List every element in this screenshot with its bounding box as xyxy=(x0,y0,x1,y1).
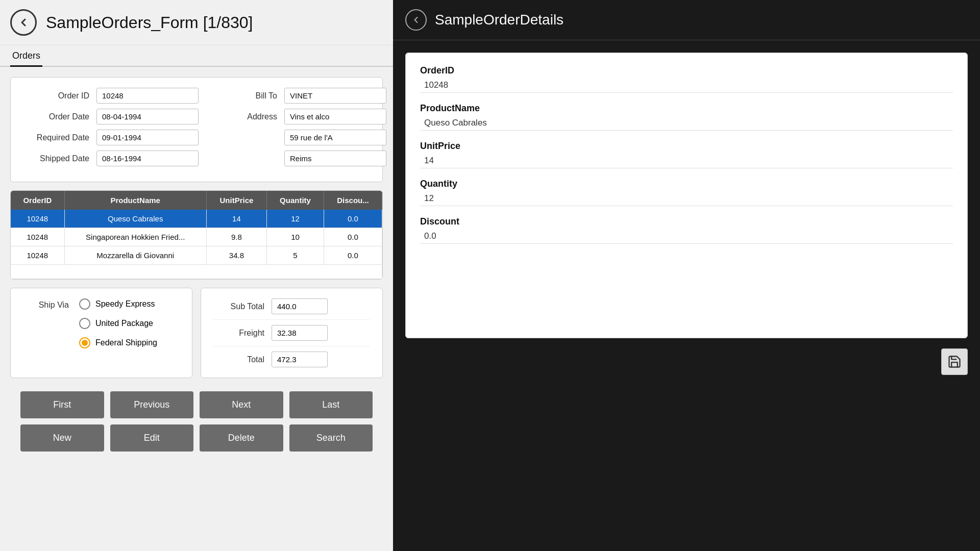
table-header-row: OrderID ProductName UnitPrice Quantity D… xyxy=(11,191,382,210)
sub-total-input[interactable] xyxy=(272,298,328,314)
radio-speedy-express-circle xyxy=(79,298,90,310)
address2-row xyxy=(211,130,386,145)
detail-order-id-value: 10248 xyxy=(420,78,953,93)
page-title: SampleOrders_Form [1/830] xyxy=(46,13,253,32)
back-button[interactable] xyxy=(10,9,37,36)
cell-unit-price: 9.8 xyxy=(206,228,266,246)
table-footer-row xyxy=(11,265,382,279)
bottom-cards: Ship Via Speedy Express United Package F… xyxy=(10,288,383,378)
radio-speedy-express[interactable]: Speedy Express xyxy=(79,298,157,310)
content-area: Order ID Order Date Required Date Shippe… xyxy=(0,67,393,551)
detail-order-id-label: OrderID xyxy=(420,65,953,76)
order-date-row: Order Date xyxy=(23,109,199,124)
new-button[interactable]: New xyxy=(20,424,104,452)
ship-via-radio-group: Speedy Express United Package Federal Sh… xyxy=(79,298,157,348)
right-form-col: Bill To Address xyxy=(211,88,386,171)
left-panel: SampleOrders_Form [1/830] Orders Order I… xyxy=(0,0,393,551)
delete-button[interactable]: Delete xyxy=(200,424,283,452)
order-id-label: Order ID xyxy=(23,91,89,101)
detail-quantity-label: Quantity xyxy=(420,179,953,189)
cell-quantity: 10 xyxy=(267,228,324,246)
freight-row: Freight xyxy=(213,325,370,346)
required-date-input[interactable] xyxy=(96,130,199,145)
tab-bar: Orders xyxy=(0,45,393,67)
cell-product-name: Queso Cabrales xyxy=(64,210,206,228)
shipped-date-input[interactable] xyxy=(96,151,199,166)
order-details-table: OrderID ProductName UnitPrice Quantity D… xyxy=(11,191,382,279)
address-row: Address xyxy=(211,109,386,124)
detail-quantity-value: 12 xyxy=(420,191,953,206)
radio-speedy-express-label: Speedy Express xyxy=(95,299,155,309)
shipped-date-label: Shipped Date xyxy=(23,154,89,163)
right-panel: SampleOrderDetails OrderID 10248 Product… xyxy=(393,0,980,551)
cell-quantity: 5 xyxy=(267,246,324,265)
col-order-id: OrderID xyxy=(11,191,64,210)
detail-unit-price-label: UnitPrice xyxy=(420,141,953,152)
detail-discount: Discount 0.0 xyxy=(420,216,953,244)
save-btn-area xyxy=(405,338,968,375)
total-row: Total xyxy=(213,352,370,367)
table-row[interactable]: 10248 Queso Cabrales 14 12 0.0 xyxy=(11,210,382,228)
order-date-input[interactable] xyxy=(96,109,199,124)
search-button[interactable]: Search xyxy=(289,424,373,452)
radio-united-package[interactable]: United Package xyxy=(79,318,157,329)
detail-discount-value: 0.0 xyxy=(420,229,953,244)
table-row[interactable]: 10248 Singaporean Hokkien Fried... 9.8 1… xyxy=(11,228,382,246)
detail-order-id: OrderID 10248 xyxy=(420,65,953,93)
radio-united-package-label: United Package xyxy=(95,319,153,328)
right-back-button[interactable] xyxy=(405,9,427,31)
city-row xyxy=(211,151,386,166)
col-unit-price: UnitPrice xyxy=(206,191,266,210)
left-header: SampleOrders_Form [1/830] xyxy=(0,0,393,45)
address-input[interactable] xyxy=(284,109,386,124)
nav-buttons: First Previous Next Last New Edit Delete… xyxy=(10,386,383,457)
cell-product-name: Mozzarella di Giovanni xyxy=(64,246,206,265)
shipped-date-row: Shipped Date xyxy=(23,151,199,166)
cell-discount: 0.0 xyxy=(324,246,382,265)
right-title: SampleOrderDetails xyxy=(435,12,564,28)
detail-discount-label: Discount xyxy=(420,216,953,227)
required-date-row: Required Date xyxy=(23,130,199,145)
detail-product-name: ProductName Queso Cabrales xyxy=(420,103,953,131)
bill-to-input[interactable] xyxy=(284,88,386,104)
edit-button[interactable]: Edit xyxy=(110,424,194,452)
previous-button[interactable]: Previous xyxy=(110,391,194,418)
detail-unit-price-value: 14 xyxy=(420,154,953,168)
cell-product-name: Singaporean Hokkien Fried... xyxy=(64,228,206,246)
first-button[interactable]: First xyxy=(20,391,104,418)
next-button[interactable]: Next xyxy=(200,391,283,418)
radio-federal-shipping-label: Federal Shipping xyxy=(95,338,157,347)
col-quantity: Quantity xyxy=(267,191,324,210)
table-row[interactable]: 10248 Mozzarella di Giovanni 34.8 5 0.0 xyxy=(11,246,382,265)
freight-label: Freight xyxy=(213,329,264,338)
detail-product-name-label: ProductName xyxy=(420,103,953,114)
address-label: Address xyxy=(211,112,277,121)
nav-row-1: First Previous Next Last xyxy=(20,391,373,418)
freight-input[interactable] xyxy=(272,325,328,341)
bill-to-row: Bill To xyxy=(211,88,386,104)
order-id-row: Order ID xyxy=(23,88,199,104)
required-date-label: Required Date xyxy=(23,133,89,142)
cell-unit-price: 34.8 xyxy=(206,246,266,265)
total-input[interactable] xyxy=(272,352,328,367)
cell-unit-price: 14 xyxy=(206,210,266,228)
right-content: OrderID 10248 ProductName Queso Cabrales… xyxy=(393,40,980,551)
order-id-input[interactable] xyxy=(96,88,199,104)
nav-row-2: New Edit Delete Search xyxy=(20,424,373,452)
sub-total-row: Sub Total xyxy=(213,298,370,320)
detail-card: OrderID 10248 ProductName Queso Cabrales… xyxy=(405,53,968,338)
detail-unit-price: UnitPrice 14 xyxy=(420,141,953,168)
left-form-col: Order ID Order Date Required Date Shippe… xyxy=(23,88,199,171)
totals-card: Sub Total Freight Total xyxy=(201,288,383,378)
radio-federal-shipping[interactable]: Federal Shipping xyxy=(79,337,157,348)
last-button[interactable]: Last xyxy=(289,391,373,418)
sub-total-label: Sub Total xyxy=(213,302,264,311)
city-input[interactable] xyxy=(284,151,386,166)
col-product-name: ProductName xyxy=(64,191,206,210)
order-details-table-card: OrderID ProductName UnitPrice Quantity D… xyxy=(10,190,383,280)
save-button[interactable] xyxy=(941,348,968,375)
address2-input[interactable] xyxy=(284,130,386,145)
tab-orders[interactable]: Orders xyxy=(10,45,42,67)
order-date-label: Order Date xyxy=(23,112,89,121)
order-form-card: Order ID Order Date Required Date Shippe… xyxy=(10,77,383,182)
